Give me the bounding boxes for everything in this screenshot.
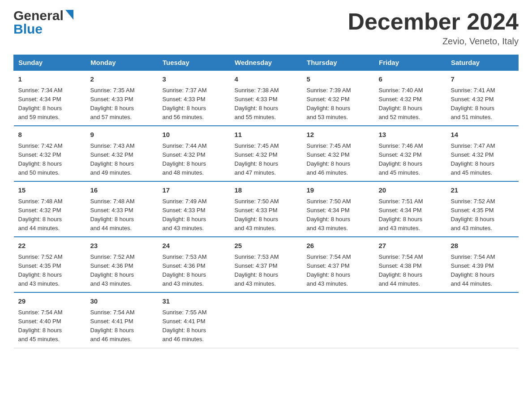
day-number: 17 xyxy=(163,185,226,196)
calendar-cell xyxy=(446,292,519,348)
day-info: Sunrise: 7:50 AMSunset: 4:34 PMDaylight:… xyxy=(307,198,351,231)
day-info: Sunrise: 7:54 AMSunset: 4:40 PMDaylight:… xyxy=(18,309,63,342)
day-info: Sunrise: 7:49 AMSunset: 4:33 PMDaylight:… xyxy=(163,198,207,231)
calendar-cell: 19 Sunrise: 7:50 AMSunset: 4:34 PMDaylig… xyxy=(302,181,374,237)
day-number: 28 xyxy=(451,241,514,251)
calendar-cell xyxy=(374,292,446,348)
day-info: Sunrise: 7:52 AMSunset: 4:35 PMDaylight:… xyxy=(18,253,63,287)
calendar-week-row: 29 Sunrise: 7:54 AMSunset: 4:40 PMDaylig… xyxy=(14,292,519,348)
day-number: 5 xyxy=(307,74,370,85)
calendar-title: December 2024 xyxy=(348,9,519,34)
day-info: Sunrise: 7:48 AMSunset: 4:33 PMDaylight:… xyxy=(90,198,135,231)
calendar-cell: 29 Sunrise: 7:54 AMSunset: 4:40 PMDaylig… xyxy=(14,292,86,348)
calendar-week-row: 8 Sunrise: 7:42 AMSunset: 4:32 PMDayligh… xyxy=(14,126,519,181)
day-number: 26 xyxy=(307,241,370,251)
weekday-header-sunday: Sunday xyxy=(14,55,86,71)
weekday-header-tuesday: Tuesday xyxy=(158,55,230,71)
day-info: Sunrise: 7:41 AMSunset: 4:32 PMDaylight:… xyxy=(451,87,495,120)
day-info: Sunrise: 7:45 AMSunset: 4:32 PMDaylight:… xyxy=(307,142,351,176)
day-number: 22 xyxy=(18,241,82,251)
calendar-week-row: 22 Sunrise: 7:52 AMSunset: 4:35 PMDaylig… xyxy=(14,237,519,292)
calendar-cell: 24 Sunrise: 7:53 AMSunset: 4:36 PMDaylig… xyxy=(158,237,230,292)
day-info: Sunrise: 7:54 AMSunset: 4:39 PMDaylight:… xyxy=(451,253,495,287)
weekday-header-thursday: Thursday xyxy=(302,55,374,71)
day-info: Sunrise: 7:34 AMSunset: 4:34 PMDaylight:… xyxy=(18,87,63,120)
day-number: 24 xyxy=(163,241,226,251)
calendar-cell: 2 Sunrise: 7:35 AMSunset: 4:33 PMDayligh… xyxy=(86,70,158,126)
day-number: 13 xyxy=(379,130,442,140)
calendar-cell: 31 Sunrise: 7:55 AMSunset: 4:41 PMDaylig… xyxy=(158,292,230,348)
calendar-cell: 7 Sunrise: 7:41 AMSunset: 4:32 PMDayligh… xyxy=(446,70,519,126)
day-number: 9 xyxy=(90,130,154,140)
day-info: Sunrise: 7:51 AMSunset: 4:34 PMDaylight:… xyxy=(379,198,423,231)
calendar-cell: 4 Sunrise: 7:38 AMSunset: 4:33 PMDayligh… xyxy=(230,70,302,126)
day-info: Sunrise: 7:54 AMSunset: 4:38 PMDaylight:… xyxy=(379,253,423,287)
calendar-cell: 11 Sunrise: 7:45 AMSunset: 4:32 PMDaylig… xyxy=(230,126,302,181)
title-block: December 2024 Zevio, Veneto, Italy xyxy=(348,9,519,47)
calendar-table: SundayMondayTuesdayWednesdayThursdayFrid… xyxy=(13,55,519,348)
day-number: 10 xyxy=(163,130,226,140)
calendar-week-row: 15 Sunrise: 7:48 AMSunset: 4:32 PMDaylig… xyxy=(14,181,519,237)
day-info: Sunrise: 7:39 AMSunset: 4:32 PMDaylight:… xyxy=(307,87,351,120)
day-number: 18 xyxy=(235,185,298,196)
day-number: 2 xyxy=(90,74,154,85)
day-number: 1 xyxy=(18,74,82,85)
day-number: 4 xyxy=(235,74,298,85)
day-number: 15 xyxy=(18,185,82,196)
day-number: 23 xyxy=(90,241,154,251)
day-info: Sunrise: 7:40 AMSunset: 4:32 PMDaylight:… xyxy=(379,87,423,120)
day-info: Sunrise: 7:54 AMSunset: 4:41 PMDaylight:… xyxy=(90,309,135,342)
day-number: 11 xyxy=(235,130,298,140)
weekday-header-monday: Monday xyxy=(86,55,158,71)
weekday-header-wednesday: Wednesday xyxy=(230,55,302,71)
day-number: 12 xyxy=(307,130,370,140)
day-number: 31 xyxy=(163,296,226,307)
calendar-cell: 22 Sunrise: 7:52 AMSunset: 4:35 PMDaylig… xyxy=(14,237,86,292)
calendar-cell xyxy=(230,292,302,348)
day-info: Sunrise: 7:53 AMSunset: 4:36 PMDaylight:… xyxy=(163,253,207,287)
logo-general: General xyxy=(13,9,64,22)
logo: General Blue xyxy=(13,9,73,36)
day-info: Sunrise: 7:54 AMSunset: 4:37 PMDaylight:… xyxy=(307,253,351,287)
day-info: Sunrise: 7:42 AMSunset: 4:32 PMDaylight:… xyxy=(18,142,63,176)
day-number: 25 xyxy=(235,241,298,251)
logo-arrow-icon xyxy=(64,11,73,21)
day-number: 27 xyxy=(379,241,442,251)
calendar-cell: 12 Sunrise: 7:45 AMSunset: 4:32 PMDaylig… xyxy=(302,126,374,181)
day-info: Sunrise: 7:37 AMSunset: 4:33 PMDaylight:… xyxy=(163,87,207,120)
calendar-cell: 3 Sunrise: 7:37 AMSunset: 4:33 PMDayligh… xyxy=(158,70,230,126)
calendar-cell: 8 Sunrise: 7:42 AMSunset: 4:32 PMDayligh… xyxy=(14,126,86,181)
day-info: Sunrise: 7:46 AMSunset: 4:32 PMDaylight:… xyxy=(379,142,423,176)
day-number: 8 xyxy=(18,130,82,140)
day-info: Sunrise: 7:48 AMSunset: 4:32 PMDaylight:… xyxy=(18,198,63,231)
day-number: 14 xyxy=(451,130,514,140)
page-header: General Blue December 2024 Zevio, Veneto… xyxy=(13,9,519,47)
day-number: 20 xyxy=(379,185,442,196)
day-number: 30 xyxy=(90,296,154,307)
calendar-cell: 15 Sunrise: 7:48 AMSunset: 4:32 PMDaylig… xyxy=(14,181,86,237)
calendar-cell: 1 Sunrise: 7:34 AMSunset: 4:34 PMDayligh… xyxy=(14,70,86,126)
day-info: Sunrise: 7:35 AMSunset: 4:33 PMDaylight:… xyxy=(90,87,135,120)
day-info: Sunrise: 7:44 AMSunset: 4:32 PMDaylight:… xyxy=(163,142,207,176)
calendar-cell: 17 Sunrise: 7:49 AMSunset: 4:33 PMDaylig… xyxy=(158,181,230,237)
calendar-cell: 30 Sunrise: 7:54 AMSunset: 4:41 PMDaylig… xyxy=(86,292,158,348)
calendar-cell: 10 Sunrise: 7:44 AMSunset: 4:32 PMDaylig… xyxy=(158,126,230,181)
day-info: Sunrise: 7:43 AMSunset: 4:32 PMDaylight:… xyxy=(90,142,135,176)
calendar-cell: 20 Sunrise: 7:51 AMSunset: 4:34 PMDaylig… xyxy=(374,181,446,237)
day-info: Sunrise: 7:53 AMSunset: 4:37 PMDaylight:… xyxy=(235,253,279,287)
day-info: Sunrise: 7:52 AMSunset: 4:35 PMDaylight:… xyxy=(451,198,495,231)
day-number: 19 xyxy=(307,185,370,196)
day-number: 6 xyxy=(379,74,442,85)
calendar-week-row: 1 Sunrise: 7:34 AMSunset: 4:34 PMDayligh… xyxy=(14,70,519,126)
calendar-cell: 13 Sunrise: 7:46 AMSunset: 4:32 PMDaylig… xyxy=(374,126,446,181)
calendar-cell: 9 Sunrise: 7:43 AMSunset: 4:32 PMDayligh… xyxy=(86,126,158,181)
day-info: Sunrise: 7:47 AMSunset: 4:32 PMDaylight:… xyxy=(451,142,495,176)
svg-marker-0 xyxy=(65,10,73,20)
weekday-header-saturday: Saturday xyxy=(446,55,519,71)
calendar-cell: 28 Sunrise: 7:54 AMSunset: 4:39 PMDaylig… xyxy=(446,237,519,292)
calendar-cell: 26 Sunrise: 7:54 AMSunset: 4:37 PMDaylig… xyxy=(302,237,374,292)
calendar-cell: 25 Sunrise: 7:53 AMSunset: 4:37 PMDaylig… xyxy=(230,237,302,292)
calendar-cell: 27 Sunrise: 7:54 AMSunset: 4:38 PMDaylig… xyxy=(374,237,446,292)
day-number: 29 xyxy=(18,296,82,307)
calendar-cell: 23 Sunrise: 7:52 AMSunset: 4:36 PMDaylig… xyxy=(86,237,158,292)
